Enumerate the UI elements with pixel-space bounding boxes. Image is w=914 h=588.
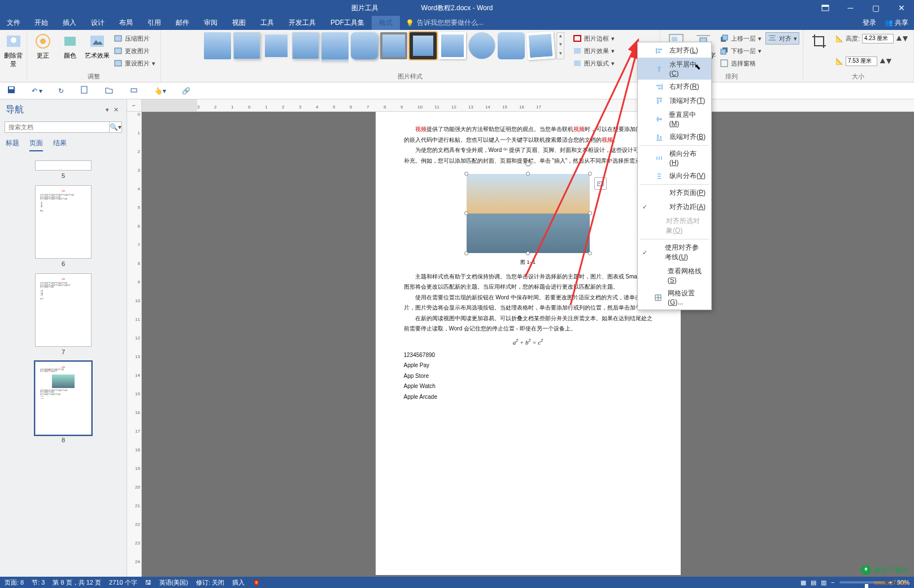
tab-tools[interactable]: 工具	[253, 16, 281, 30]
picture-styles-gallery[interactable]: ▴▾▾	[204, 32, 564, 59]
touch-icon[interactable]: 👆▾	[154, 87, 166, 95]
artistic-button[interactable]: 艺术效果	[85, 32, 110, 60]
style-soft-round[interactable]	[498, 32, 525, 59]
picture-border-button[interactable]: 图片边框 ▾	[571, 32, 616, 45]
tab-home[interactable]: 开始	[27, 16, 55, 30]
align-right[interactable]: 右对齐(R)	[638, 80, 711, 94]
status-page[interactable]: 页面: 8	[5, 578, 24, 587]
status-words[interactable]: 2710 个字	[109, 578, 137, 587]
style-mat[interactable]	[380, 32, 407, 59]
nav-tab-pages[interactable]: 页面	[29, 138, 43, 151]
thumb-8[interactable]: 标题文字内容视频文字内容文字内容文字内容文字内容文字文字内容文字内容文字内容文字…	[0, 361, 127, 445]
nav-close-button[interactable]: ✕	[111, 106, 121, 114]
tab-mailings[interactable]: 邮件	[168, 16, 197, 30]
selected-image[interactable]	[467, 174, 590, 253]
horizontal-ruler[interactable]: 32101234567891011121314151617	[142, 99, 914, 112]
handle-w[interactable]	[464, 211, 468, 215]
tab-file[interactable]: 文件	[0, 16, 27, 30]
color-button[interactable]: 颜色	[58, 32, 82, 60]
ribbon-display-icon[interactable]	[812, 0, 838, 16]
print-icon[interactable]	[129, 85, 138, 96]
reset-picture-button[interactable]: 重设图片 ▾	[112, 57, 157, 69]
style-metal[interactable]	[263, 32, 290, 59]
tab-references[interactable]: 引用	[140, 16, 168, 30]
layout-options-icon[interactable]	[594, 177, 607, 190]
align-top[interactable]: 顶端对齐(T)	[638, 94, 711, 108]
status-insert[interactable]: 插入	[232, 578, 245, 587]
style-rotated[interactable]	[526, 31, 555, 60]
distribute-horizontal[interactable]: 横向分布(H)	[638, 147, 711, 169]
picture-layout-button[interactable]: 图片版式 ▾	[571, 57, 616, 69]
tab-developer[interactable]: 开发工具	[281, 16, 323, 30]
handle-n[interactable]	[526, 172, 530, 176]
redo-icon[interactable]: ↻	[58, 87, 64, 95]
style-compound[interactable]	[439, 32, 466, 59]
distribute-vertical[interactable]: 纵向分布(V)	[638, 169, 711, 183]
minimize-button[interactable]: ─	[838, 0, 863, 16]
status-track[interactable]: 修订: 关闭	[196, 578, 224, 587]
crop-button[interactable]	[807, 32, 832, 50]
nav-search-input[interactable]	[5, 122, 109, 132]
save-icon[interactable]	[7, 85, 16, 96]
handle-sw[interactable]	[464, 251, 468, 255]
view-web-icon[interactable]: ▥	[821, 579, 826, 586]
bring-forward-button[interactable]: 上移一层 ▾	[718, 32, 763, 45]
nav-tab-results[interactable]: 结果	[53, 138, 67, 151]
style-shadow[interactable]	[233, 32, 260, 59]
thumb-7[interactable]: 标题文字内容文字内容文字内容文字内容文字内容文字内容文字内容文字内容文字文字内容…	[0, 273, 127, 357]
grid-settings[interactable]: 网格设置(G)...	[638, 286, 711, 308]
align-to-page[interactable]: 对齐页面(P)	[638, 186, 711, 200]
tab-layout[interactable]: 布局	[112, 16, 140, 30]
tab-pdf[interactable]: PDF工具集	[323, 16, 372, 30]
selection-pane-button[interactable]: 选择窗格	[718, 57, 763, 69]
login-link[interactable]: 登录	[863, 18, 876, 28]
rotate-handle[interactable]	[524, 159, 532, 167]
align-vcenter[interactable]: 垂直居中(M)	[638, 108, 711, 130]
tell-me[interactable]: 💡 告诉我您想要做什么...	[400, 18, 863, 28]
align-to-margin[interactable]: ✓对齐边距(A)	[638, 200, 711, 214]
align-button[interactable]: 对齐 ▾	[765, 32, 799, 45]
nav-search-button[interactable]: 🔍▾	[109, 122, 121, 132]
tab-insert[interactable]: 插入	[55, 16, 84, 30]
tab-format[interactable]: 格式	[372, 16, 400, 30]
style-simple[interactable]	[204, 32, 231, 59]
compress-button[interactable]: 压缩图片	[112, 32, 157, 45]
picture-effects-button[interactable]: 图片效果 ▾	[571, 45, 616, 57]
style-oval[interactable]	[468, 32, 495, 59]
width-field[interactable]: 📐 ⯅⯆	[834, 55, 910, 67]
align-left[interactable]: 左对齐(L)	[638, 43, 711, 58]
status-pages[interactable]: 第 8 页，共 12 页	[53, 578, 101, 587]
document-area[interactable]: 32101234567891011121314151617 视频提供了功能强大的…	[142, 99, 914, 577]
share-button[interactable]: 👥 共享	[885, 18, 908, 28]
handle-s[interactable]	[526, 251, 530, 255]
status-section[interactable]: 节: 3	[32, 578, 45, 587]
tab-design[interactable]: 设计	[84, 16, 112, 30]
open-icon[interactable]	[105, 85, 114, 96]
maximize-button[interactable]: ▢	[863, 0, 889, 16]
thumb-6[interactable]: 标题文字内容文字内容文字内容文字内容文字内容文字内容文字内容文字内容文字内容文字…	[0, 185, 127, 269]
handle-nw[interactable]	[464, 172, 468, 176]
style-rounded[interactable]	[351, 32, 378, 59]
zoom-out[interactable]: −	[831, 579, 834, 586]
handle-ne[interactable]	[588, 172, 592, 176]
style-dropshadow[interactable]	[292, 32, 319, 59]
style-reflect[interactable]	[321, 32, 349, 59]
thumb-5[interactable]: 5	[0, 160, 127, 181]
nav-dropdown[interactable]: ▾	[103, 106, 111, 114]
view-gridlines[interactable]: 查看网格线(S)	[638, 264, 711, 286]
height-field[interactable]: 📐 高度: ⯅⯆	[834, 32, 910, 45]
style-gallery-more[interactable]: ▴▾▾	[556, 32, 564, 59]
remove-bg-button[interactable]: 删除背景	[3, 32, 23, 68]
handle-e[interactable]	[588, 211, 592, 215]
use-alignment-guides[interactable]: ✓使用对齐参考线(U)	[638, 241, 711, 264]
handle-se[interactable]	[588, 251, 592, 255]
undo-icon[interactable]: ↶ ▾	[32, 87, 42, 95]
tab-review[interactable]: 审阅	[197, 16, 225, 30]
chain-icon[interactable]: 🔗	[182, 87, 190, 95]
view-print-icon[interactable]: ▤	[811, 579, 816, 586]
send-backward-button[interactable]: 下移一层 ▾	[718, 45, 763, 57]
style-thick-black[interactable]	[410, 32, 437, 59]
status-lang[interactable]: 英语(美国)	[159, 578, 188, 587]
new-icon[interactable]	[80, 85, 89, 96]
nav-tab-headings[interactable]: 标题	[6, 138, 19, 151]
